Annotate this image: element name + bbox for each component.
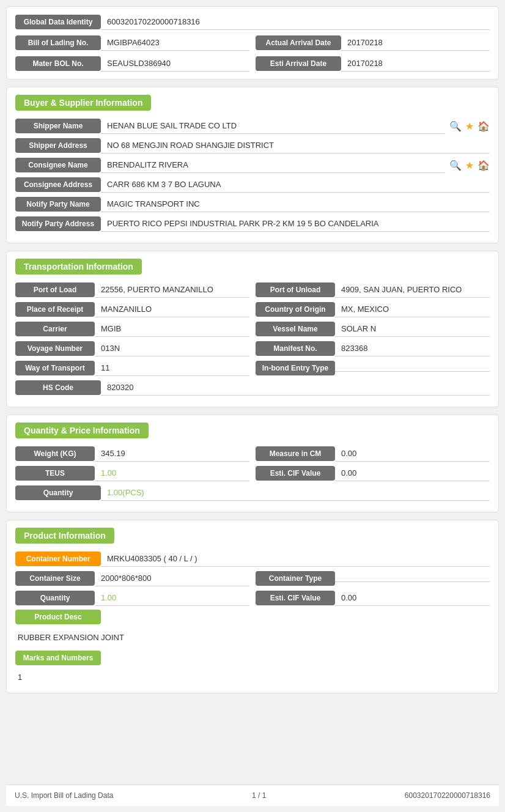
consignee-name-label: Consignee Name (15, 158, 101, 172)
master-bol-label: Mater BOL No. (15, 56, 101, 71)
container-size-label: Container Size (15, 571, 95, 586)
port-of-unload-label: Port of Unload (256, 282, 335, 297)
shipper-star-icon[interactable]: ★ (465, 120, 474, 132)
vessel-name-value: SOLAR N (335, 321, 490, 337)
bol-label: Bill of Lading No. (15, 35, 101, 50)
hs-code-label: HS Code (15, 380, 101, 395)
actual-arrival-value: 20170218 (341, 35, 490, 51)
way-of-transport-value: 11 (95, 360, 249, 376)
footer-left: U.S. Import Bill of Lading Data (15, 791, 113, 800)
consignee-home-icon[interactable]: 🏠 (477, 160, 490, 171)
bol-value: MGIBPA64023 (101, 35, 249, 51)
quantity-price-header: Quantity & Price Information (15, 423, 149, 438)
container-number-label: Container Number (15, 552, 101, 566)
product-esti-cif-value: 0.00 (335, 590, 490, 606)
notify-party-address-value: PUERTO RICO PEPSI INDUSTRIAL PARK PR-2 K… (101, 216, 490, 232)
footer-right: 600320170220000718316 (405, 791, 490, 800)
shipper-address-label: Shipper Address (15, 138, 101, 153)
container-number-value: MRKU4083305 ( 40 / L / ) (101, 551, 490, 567)
master-bol-value: SEAUSLD386940 (101, 56, 249, 72)
consignee-search-icon[interactable]: 🔍 (449, 160, 462, 171)
shipper-name-label: Shipper Name (15, 119, 101, 133)
consignee-name-value: BRENDALITZ RIVERA (101, 157, 444, 173)
measure-value: 0.00 (335, 446, 490, 462)
consignee-address-value: CARR 686 KM 3 7 BO LAGUNA (101, 177, 490, 193)
manifest-no-value: 823368 (335, 341, 490, 356)
country-of-origin-value: MX, MEXICO (335, 301, 490, 317)
carrier-label: Carrier (15, 322, 95, 336)
footer-center: 1 / 1 (252, 791, 266, 800)
voyage-number-label: Voyage Number (15, 341, 95, 356)
notify-party-name-value: MAGIC TRANSPORT INC (101, 196, 490, 212)
teus-label: TEUS (15, 466, 95, 481)
esti-arrival-label: Esti Arrival Date (256, 56, 341, 71)
marks-label: Marks and Numbers (15, 651, 101, 665)
place-of-receipt-value: MANZANILLO (95, 301, 249, 317)
consignee-star-icon[interactable]: ★ (465, 160, 474, 171)
port-of-unload-value: 4909, SAN JUAN, PUERTO RICO (335, 282, 490, 298)
place-of-receipt-label: Place of Receipt (15, 302, 95, 317)
voyage-number-value: 013N (95, 341, 249, 356)
global-data-identity-value: 600320170220000718316 (101, 14, 490, 30)
vessel-name-label: Vessel Name (256, 322, 335, 336)
inbond-entry-value (335, 365, 490, 372)
product-quantity-value: 1.00 (95, 590, 249, 606)
qp-esti-cif-label: Esti. CIF Value (256, 466, 335, 481)
container-size-value: 2000*806*800 (95, 570, 249, 586)
product-desc-value: RUBBER EXPANSION JOINT (15, 628, 490, 647)
product-desc-label: Product Desc (15, 610, 101, 624)
country-of-origin-label: Country of Origin (256, 302, 335, 317)
manifest-no-label: Manifest No. (256, 341, 335, 356)
carrier-value: MGIB (95, 321, 249, 337)
teus-value: 1.00 (95, 465, 249, 481)
actual-arrival-label: Actual Arrival Date (256, 35, 341, 50)
container-type-label: Container Type (256, 571, 335, 586)
shipper-home-icon[interactable]: 🏠 (477, 120, 490, 132)
consignee-address-label: Consignee Address (15, 177, 101, 192)
hs-code-value: 820320 (101, 380, 490, 396)
notify-party-address-label: Notify Party Address (15, 216, 101, 231)
measure-label: Measure in CM (256, 446, 335, 461)
weight-label: Weight (KG) (15, 446, 95, 461)
buyer-supplier-header: Buyer & Supplier Information (15, 95, 151, 111)
inbond-entry-label: In-bond Entry Type (256, 361, 335, 375)
weight-value: 345.19 (95, 446, 249, 462)
product-header: Product Information (15, 528, 114, 544)
esti-arrival-value: 20170218 (341, 56, 490, 72)
port-of-load-label: Port of Load (15, 282, 95, 297)
qp-esti-cif-value: 0.00 (335, 465, 490, 481)
shipper-address-value: NO 68 MENGJIN ROAD SHANGJIE DISTRICT (101, 138, 490, 153)
global-data-identity-label: Global Data Identity (15, 15, 101, 29)
product-esti-cif-label: Esti. CIF Value (256, 591, 335, 605)
container-type-value (335, 575, 490, 582)
shipper-search-icon[interactable]: 🔍 (449, 120, 462, 132)
port-of-load-value: 22556, PUERTO MANZANILLO (95, 282, 249, 298)
transportation-header: Transportation Information (15, 259, 142, 275)
notify-party-name-label: Notify Party Name (15, 197, 101, 212)
quantity-label: Quantity (15, 485, 101, 500)
marks-value: 1 (15, 669, 490, 685)
product-quantity-label: Quantity (15, 591, 95, 605)
way-of-transport-label: Way of Transport (15, 361, 95, 375)
shipper-name-value: HENAN BLUE SAIL TRADE CO LTD (101, 118, 444, 134)
quantity-value: 1.00(PCS) (101, 485, 490, 501)
